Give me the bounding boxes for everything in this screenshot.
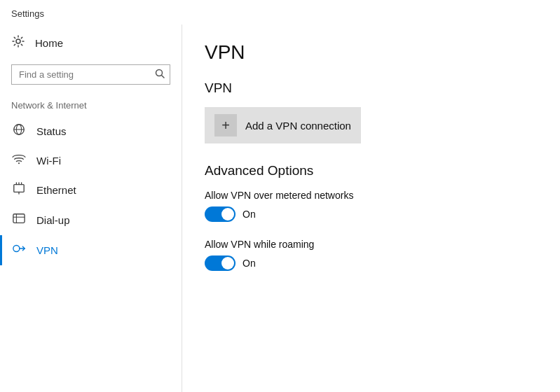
vpn-icon <box>11 242 27 258</box>
toggle-metered[interactable] <box>205 206 235 222</box>
toggle-roaming-state: On <box>243 258 256 269</box>
search-input[interactable] <box>11 64 170 85</box>
sidebar-item-vpn[interactable]: VPN <box>0 235 182 265</box>
title-bar: Settings <box>0 0 560 24</box>
toggle-roaming-desc: Allow VPN while roaming <box>205 239 538 250</box>
app-title: Settings <box>11 8 44 19</box>
content-area: VPN VPN + Add a VPN connection Advanced … <box>182 24 560 392</box>
svg-point-0 <box>16 39 20 43</box>
home-label: Home <box>35 37 63 49</box>
sidebar-item-label-vpn: VPN <box>36 244 58 256</box>
search-box[interactable] <box>11 64 170 85</box>
main-layout: Home Network & Internet Status <box>0 24 560 392</box>
ethernet-icon <box>11 182 27 198</box>
add-vpn-label: Add a VPN connection <box>245 120 351 132</box>
toggle-roaming[interactable] <box>205 255 235 271</box>
sidebar-item-label-wifi: Wi-Fi <box>36 155 61 167</box>
sidebar-item-status[interactable]: Status <box>0 116 182 146</box>
sidebar: Home Network & Internet Status <box>0 24 182 392</box>
home-gear-icon <box>11 34 25 52</box>
sidebar-item-dialup[interactable]: Dial-up <box>0 205 182 235</box>
network-section-label: Network & Internet <box>0 96 182 116</box>
svg-point-6 <box>18 162 20 164</box>
page-title: VPN <box>205 41 538 64</box>
toggle-group-metered: Allow VPN over metered networks On <box>205 190 538 222</box>
sidebar-item-label-ethernet: Ethernet <box>36 184 76 196</box>
wifi-icon <box>11 153 27 168</box>
toggle-metered-row: On <box>205 206 538 222</box>
sidebar-item-label-status: Status <box>36 125 67 137</box>
sidebar-item-wifi[interactable]: Wi-Fi <box>0 146 182 175</box>
dialup-icon <box>11 212 27 228</box>
svg-rect-7 <box>14 185 24 192</box>
toggle-roaming-row: On <box>205 255 538 271</box>
toggle-group-roaming: Allow VPN while roaming On <box>205 239 538 271</box>
sidebar-item-ethernet[interactable]: Ethernet <box>0 175 182 205</box>
toggle-metered-state: On <box>243 209 256 220</box>
svg-rect-12 <box>13 214 25 223</box>
toggle-metered-desc: Allow VPN over metered networks <box>205 190 538 201</box>
svg-point-15 <box>13 246 20 252</box>
add-vpn-button[interactable]: + Add a VPN connection <box>205 107 361 144</box>
sidebar-item-label-dialup: Dial-up <box>36 214 70 226</box>
sidebar-home[interactable]: Home <box>0 27 182 59</box>
status-icon <box>11 123 27 139</box>
vpn-section-title: VPN <box>205 80 538 96</box>
advanced-options-title: Advanced Options <box>205 163 538 178</box>
plus-icon: + <box>214 114 237 136</box>
